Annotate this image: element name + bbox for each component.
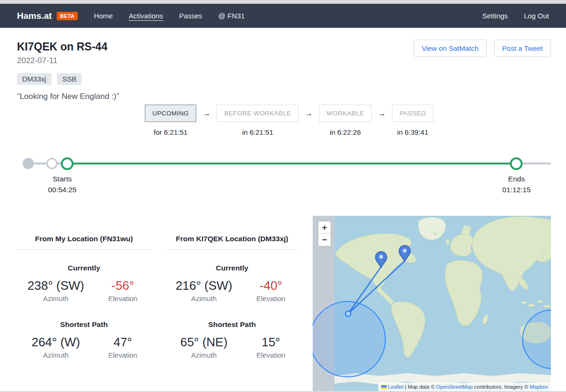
step-passed: PASSED in 6:39:41 (392, 105, 433, 136)
step-before-workable: BEFORE WORKABLE in 6:21:51 (216, 105, 299, 136)
shortest-azimuth-value: 264° (W) (17, 335, 95, 350)
mapbox-link[interactable]: Mapbox (530, 384, 548, 390)
azimuth-label: Azimuth (165, 351, 243, 359)
shortest-path-heading: Shortest Path (165, 320, 299, 329)
nav-item-settings[interactable]: Settings (482, 12, 508, 20)
zoom-out-button[interactable]: − (318, 234, 331, 246)
nav-item-activations[interactable]: Activations (129, 12, 163, 20)
iceland (434, 232, 437, 236)
step-time: for 6:21:51 (154, 128, 188, 136)
shortest-elevation-value: 47° (95, 335, 151, 350)
ends-label: Ends (483, 173, 549, 184)
map-zoom-control: + − (317, 220, 332, 247)
attribution-text: contributors, Imagery © (473, 384, 530, 390)
arrow-right-icon: → (202, 105, 210, 122)
nav-right-group: Settings Log Out (482, 12, 549, 20)
mode-tag: SSB (57, 73, 82, 85)
island (521, 301, 527, 304)
currently-values: 238° (SW) Azimuth -56° Elevation (17, 278, 151, 302)
page-title: KI7QEK on RS-44 (17, 41, 119, 53)
ukraine-flag-icon (381, 385, 387, 389)
currently-elevation-value: -40° (243, 278, 299, 293)
elevation-label: Elevation (95, 294, 151, 302)
brand-logo[interactable]: Hams.at (17, 11, 52, 21)
tag-row: DM33xj SSB (17, 73, 119, 85)
timeline-segment-green (67, 163, 516, 164)
step-time: in 6:21:51 (242, 128, 273, 136)
view-on-satmatch-button[interactable]: View on SatMatch (414, 40, 487, 57)
step-upcoming: UPCOMING for 6:21:51 (145, 105, 196, 136)
map-attribution: Leaflet | Map data © OpenStreetMap contr… (378, 383, 551, 391)
step-time: in 6:22:26 (330, 128, 361, 136)
activation-date: 2022-07-11 (17, 56, 119, 65)
navbar: Hams.at BETA Home Activations Passes @ F… (0, 4, 566, 28)
starts-time: 00:54:25 (29, 184, 95, 195)
currently-values: 216° (SW) Azimuth -40° Elevation (165, 278, 299, 302)
header-actions: View on SatMatch Post a Tweet (414, 40, 551, 57)
currently-heading: Currently (17, 264, 151, 272)
activation-header: KI7QEK on RS-44 2022-07-11 DM33xj SSB “L… (17, 41, 119, 101)
currently-elevation-value: -56° (95, 278, 151, 293)
british-isles (446, 239, 449, 245)
step-box: PASSED (392, 105, 433, 122)
azimuth-label: Azimuth (17, 351, 95, 359)
shortest-path-values: 65° (NE) Azimuth 15° Elevation (165, 335, 299, 359)
shortest-path-heading: Shortest Path (17, 320, 151, 329)
nav-item-logout[interactable]: Log Out (524, 12, 549, 20)
timeline-dot-start (61, 157, 74, 170)
window-top-edge (0, 0, 566, 4)
island (537, 300, 543, 303)
openstreetmap-link[interactable]: OpenStreetMap (436, 384, 473, 390)
shortest-azimuth-value: 65° (NE) (165, 335, 243, 350)
step-box: UPCOMING (145, 105, 196, 122)
leaflet-link[interactable]: Leaflet (388, 384, 404, 390)
azimuth-label: Azimuth (165, 294, 243, 302)
step-time: in 6:39:41 (397, 128, 428, 136)
elevation-label: Elevation (95, 351, 151, 359)
arrow-right-icon: → (378, 105, 386, 122)
arrow-right-icon: → (305, 105, 313, 122)
activation-comment: “Looking for New England :)” (17, 92, 119, 101)
elevation-label: Elevation (243, 351, 299, 359)
location-panels: From My Location (FN31wu) Currently 238°… (17, 235, 299, 359)
timeline-dot-end (510, 157, 523, 170)
panel-my-location: From My Location (FN31wu) Currently 238°… (17, 235, 151, 359)
panel-title: From KI7QEK Location (DM33xj) (165, 235, 299, 250)
pass-timeline: Starts 00:54:25 Ends 01:12:15 (17, 157, 551, 200)
starts-label: Starts (29, 173, 95, 184)
status-stepper: UPCOMING for 6:21:51 → BEFORE WORKABLE i… (145, 105, 433, 136)
timeline-end-label: Ends 01:12:15 (483, 173, 549, 195)
page: Hams.at BETA Home Activations Passes @ F… (0, 0, 566, 392)
currently-azimuth-value: 216° (SW) (165, 278, 243, 293)
timeline-dot-workable (46, 158, 58, 169)
currently-heading: Currently (165, 264, 299, 272)
step-workable: WORKABLE in 6:22:26 (319, 105, 372, 136)
nav-item-grid-fn31[interactable]: @ FN31 (218, 12, 245, 20)
panel-title: From My Location (FN31wu) (17, 235, 151, 250)
azimuth-label: Azimuth (17, 294, 95, 302)
zoom-in-button[interactable]: + (318, 221, 331, 234)
island (543, 305, 551, 308)
shortest-path-values: 264° (W) Azimuth 47° Elevation (17, 335, 151, 359)
island (528, 304, 535, 307)
currently-azimuth-value: 238° (SW) (17, 278, 95, 293)
world-map-canvas (313, 216, 551, 391)
ends-time: 01:12:15 (483, 184, 549, 195)
timeline-start-label: Starts 00:54:25 (29, 173, 95, 195)
nav-item-passes[interactable]: Passes (179, 12, 202, 20)
satellite-map[interactable]: + − Leaflet | Map data © OpenStreetMap c… (313, 216, 551, 391)
timeline-dot-now (23, 158, 34, 169)
grid-tag: DM33xj (17, 73, 51, 85)
post-a-tweet-button[interactable]: Post a Tweet (494, 40, 551, 57)
attribution-text: | Map data © (404, 384, 436, 390)
satellite-position-marker[interactable] (346, 311, 351, 317)
shortest-elevation-value: 15° (243, 335, 299, 350)
beta-badge: BETA (57, 12, 78, 20)
panel-activator-location: From KI7QEK Location (DM33xj) Currently … (165, 235, 299, 359)
step-box: BEFORE WORKABLE (216, 105, 299, 122)
elevation-label: Elevation (243, 294, 299, 302)
nav-item-home[interactable]: Home (94, 12, 113, 20)
step-box: WORKABLE (319, 105, 372, 122)
